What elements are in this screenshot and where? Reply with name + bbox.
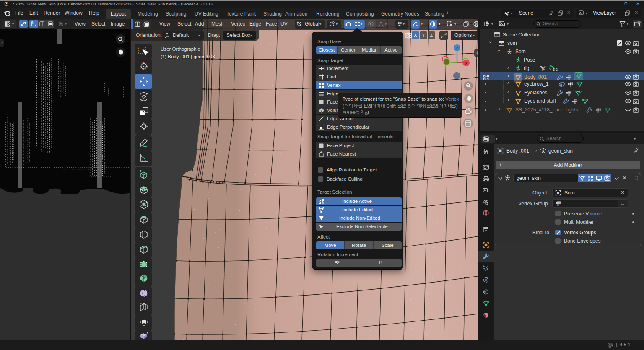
svg-text:X: X [465, 61, 468, 65]
svg-text:Z: Z [456, 46, 458, 50]
svg-text:(: ( [343, 104, 344, 109]
svg-text:Shift: Shift [386, 104, 396, 109]
svg-text:): ) [456, 104, 458, 109]
